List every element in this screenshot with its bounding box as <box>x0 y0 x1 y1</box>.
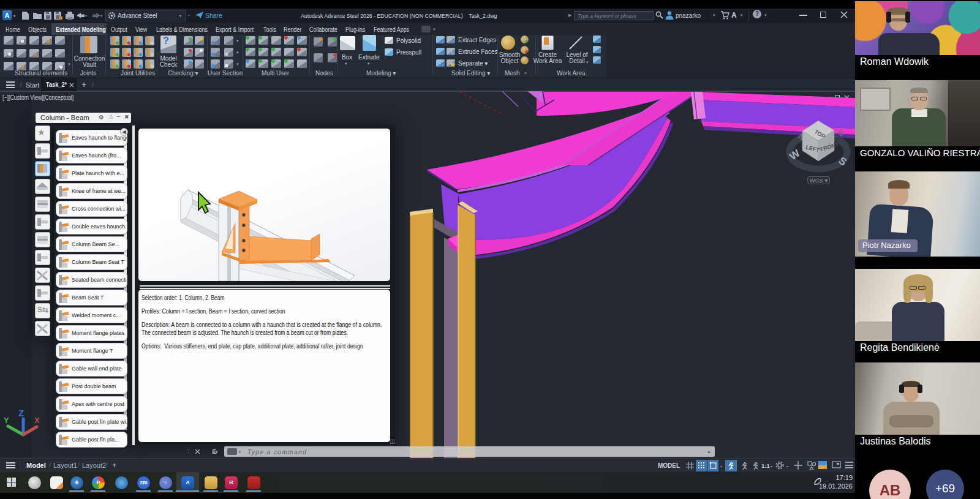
svg-text:Y: Y <box>4 416 9 425</box>
svg-text:Z: Z <box>18 408 24 418</box>
